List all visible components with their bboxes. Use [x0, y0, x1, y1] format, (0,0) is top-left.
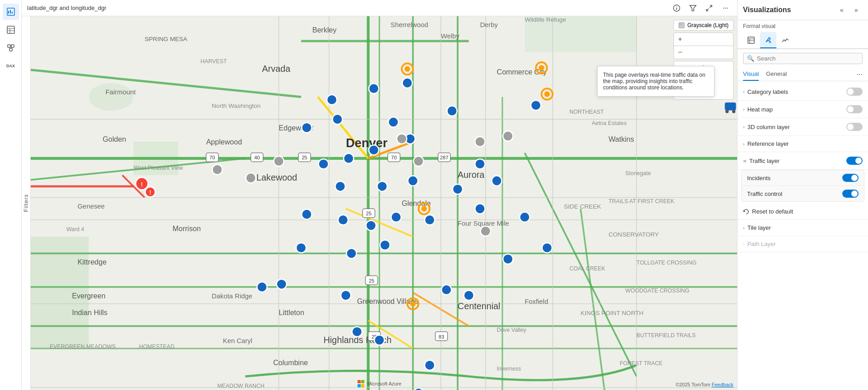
setting-row-category-labels: › Category labels: [738, 83, 868, 101]
sidebar-icon-report[interactable]: [3, 4, 19, 20]
svg-point-171: [464, 290, 473, 300]
panel-title: Visualizations: [743, 6, 791, 14]
tab-bar: Visual General ···: [738, 68, 868, 81]
svg-point-180: [481, 226, 491, 236]
svg-text:Dove Valley: Dove Valley: [497, 327, 527, 333]
svg-text:70: 70: [209, 155, 215, 160]
svg-point-178: [475, 137, 485, 147]
svg-text:NORTHEAST: NORTHEAST: [570, 109, 604, 115]
svg-text:Dakota Ridge: Dakota Ridge: [212, 292, 252, 300]
svg-point-149: [475, 159, 485, 169]
filters-bar[interactable]: Filters: [22, 16, 31, 390]
svg-rect-10: [9, 48, 12, 51]
svg-text:25: 25: [366, 211, 371, 216]
svg-text:TOLLGATE CROSSING: TOLLGATE CROSSING: [636, 260, 696, 266]
title-actions: ···: [670, 2, 732, 14]
sidebar-icon-model[interactable]: [3, 40, 19, 56]
3d-column-label: › 3D column layer: [743, 124, 790, 130]
filter-button[interactable]: [687, 2, 699, 14]
svg-text:Arvada: Arvada: [262, 64, 291, 74]
svg-point-159: [425, 215, 435, 225]
svg-point-145: [319, 159, 329, 169]
map-style-button[interactable]: Grayscale (Light): [673, 20, 733, 31]
svg-text:287: 287: [440, 155, 449, 160]
svg-rect-215: [748, 37, 754, 43]
traffic-layer-label: ∨ Traffic layer: [743, 158, 780, 164]
svg-point-189: [544, 91, 550, 97]
zoom-in-button[interactable]: +: [674, 33, 687, 46]
svg-text:Kittredge: Kittredge: [78, 258, 107, 266]
collapse-left-button[interactable]: «: [836, 4, 848, 16]
traffic-control-row: Traffic control: [742, 186, 864, 201]
incidents-toggle[interactable]: [842, 174, 859, 182]
svg-point-179: [503, 131, 513, 141]
expand-button[interactable]: [703, 2, 715, 14]
reference-layer-label: › Reference layer: [743, 140, 789, 147]
tab-general[interactable]: General: [766, 68, 787, 81]
traffic-control-toggle[interactable]: [842, 190, 859, 198]
svg-text:Aetna Estates: Aetna Estates: [592, 120, 627, 126]
format-analytics-button[interactable]: [777, 32, 794, 48]
format-table-button[interactable]: [743, 32, 759, 48]
svg-point-156: [338, 215, 348, 225]
title-bar: latitude_dgr and longitude_dgr ···: [22, 0, 737, 16]
svg-text:!: !: [149, 190, 151, 196]
svg-text:25: 25: [369, 278, 374, 283]
svg-point-168: [277, 279, 287, 289]
zoom-controls: + −: [673, 32, 733, 59]
svg-rect-198: [725, 102, 736, 110]
svg-text:Columbine: Columbine: [273, 358, 308, 367]
setting-row-3d-column-layer: › 3D column layer: [738, 118, 868, 136]
svg-text:Lakewood: Lakewood: [256, 172, 297, 182]
svg-marker-16: [690, 5, 696, 11]
tab-more-button[interactable]: ···: [857, 70, 863, 79]
3d-column-toggle[interactable]: [846, 123, 863, 131]
info-button[interactable]: [670, 2, 683, 14]
sidebar-icon-table[interactable]: [3, 22, 19, 38]
svg-text:North Washington: North Washington: [212, 102, 260, 109]
svg-point-147: [369, 145, 379, 155]
svg-point-151: [377, 181, 387, 191]
svg-text:Applewood: Applewood: [206, 138, 242, 146]
svg-point-158: [391, 212, 401, 222]
svg-point-160: [475, 204, 485, 214]
svg-point-142: [388, 117, 398, 127]
tile-layer-label: › Tile layer: [743, 224, 771, 231]
feedback-link[interactable]: Feedback: [712, 382, 733, 387]
heat-map-toggle[interactable]: [846, 105, 863, 113]
svg-text:Morrison: Morrison: [172, 224, 201, 232]
svg-text:Ward 4: Ward 4: [66, 226, 84, 232]
traffic-control-label: Traffic control: [747, 190, 782, 197]
map-watermark: Microsoft Azure: [357, 380, 402, 387]
svg-point-200: [732, 110, 735, 113]
category-labels-toggle[interactable]: [846, 88, 863, 96]
map-tooltip: This page overlays real-time traffic dat…: [597, 66, 715, 97]
map-copyright: ©2025 TomTom Feedback: [676, 382, 733, 387]
svg-text:83: 83: [439, 334, 444, 339]
reference-layer-chevron: ›: [743, 141, 745, 147]
reset-button[interactable]: Reset to default: [738, 204, 868, 220]
heat-map-label: › Heat map: [743, 106, 773, 113]
svg-text:Centennial: Centennial: [458, 301, 501, 311]
search-input[interactable]: [757, 55, 859, 62]
svg-point-157: [366, 220, 376, 230]
svg-point-154: [492, 176, 501, 186]
tab-visual[interactable]: Visual: [743, 68, 759, 81]
traffic-layer-toggle[interactable]: [846, 157, 863, 165]
format-paint-button[interactable]: [760, 32, 776, 48]
zoom-out-button[interactable]: −: [674, 46, 687, 59]
svg-text:Inverness: Inverness: [497, 366, 521, 372]
svg-point-146: [343, 153, 353, 163]
reset-label: Reset to default: [752, 208, 793, 215]
format-visual-label: Format visual: [738, 20, 868, 30]
svg-text:MEADOW RANCH: MEADOW RANCH: [217, 383, 265, 389]
sidebar-icon-dax[interactable]: DAX: [3, 58, 19, 74]
svg-point-138: [369, 84, 379, 93]
more-button[interactable]: ···: [719, 2, 732, 14]
svg-rect-9: [11, 45, 14, 47]
svg-text:Derby: Derby: [480, 21, 498, 28]
svg-text:Wildlife Refuge: Wildlife Refuge: [525, 16, 566, 23]
svg-text:Sherrelwood: Sherrelwood: [390, 21, 428, 28]
collapse-right-button[interactable]: »: [850, 4, 863, 16]
svg-text:Berkley: Berkley: [312, 26, 337, 34]
